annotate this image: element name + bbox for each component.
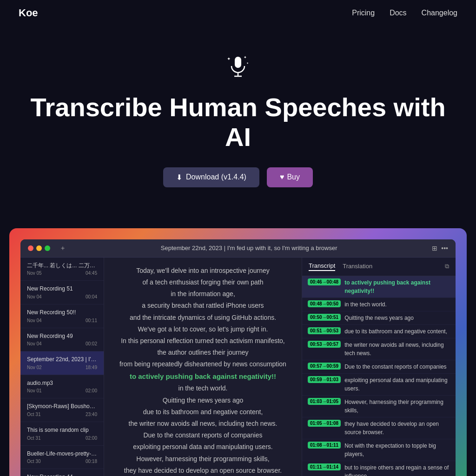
sidebar-item-date: Oct 31	[27, 412, 40, 417]
time-badge: 00:53→00:57	[308, 341, 341, 348]
sidebar-item-title: Bueller-Life-moves-pretty-fast.wav	[27, 450, 97, 458]
sidebar-item-date: Nov 04	[27, 341, 42, 346]
transcript-line-item[interactable]: 00:53→00:57the writer now avoids all new…	[302, 338, 456, 360]
transcript-paragraph: Today, we'll delve into an introspective…	[115, 265, 291, 277]
nav-link-changelog[interactable]: Changelog	[422, 9, 457, 17]
time-badge: 00:48→00:50	[308, 300, 341, 307]
sidebar-item-title: [Skymoon-Raws] Boushoku no Berserk - 04 …	[27, 403, 97, 410]
nav-links: Pricing Docs Changelog	[352, 9, 457, 17]
sidebar-item-meta: Nov 04 00:11	[27, 318, 97, 323]
copy-icon[interactable]: ⧉	[445, 263, 449, 270]
sidebar-item-duration: 00:02	[86, 341, 97, 346]
sidebar-item[interactable]: New Recording 49 Nov 04 00:02	[20, 328, 104, 352]
tab-translation[interactable]: Translation	[343, 263, 372, 271]
mic-icon: ✦ ✦ ✦	[226, 54, 250, 83]
transcript-line-item[interactable]: 00:59→01:03exploiting personal data and …	[302, 374, 456, 396]
sidebar-item-duration: 00:04	[86, 294, 97, 299]
tab-transcript[interactable]: Transcript	[309, 262, 335, 271]
transcript-line-item[interactable]: 00:48→00:50in the tech world.	[302, 298, 456, 311]
line-text: exploiting personal data and manipulatin…	[344, 376, 450, 393]
hero-buttons: ⬇ Download (v1.4.4) ♥ Buy	[163, 167, 313, 187]
site-logo[interactable]: Koe	[19, 7, 38, 19]
transcript-line-item[interactable]: 01:11→01:14but to inspire others and reg…	[302, 461, 456, 476]
main-content: Today, we'll delve into an introspective…	[104, 258, 456, 476]
minimize-button[interactable]	[36, 245, 42, 251]
buy-button[interactable]: ♥ Buy	[267, 167, 313, 187]
sidebar-item-date: Nov 01	[27, 388, 42, 393]
line-text: Quitting the news years ago	[344, 314, 414, 322]
transcript-paragraph: Quitting the news years ago	[115, 395, 291, 406]
svg-text:✦: ✦	[227, 56, 231, 61]
expand-icon[interactable]: ⊞	[432, 245, 437, 252]
maximize-button[interactable]	[45, 245, 50, 251]
close-button[interactable]	[28, 245, 33, 251]
sidebar-item[interactable]: September 22nd, 2023 | I'm fed up with i…	[20, 351, 104, 375]
sidebar-item-date: Oct 30	[27, 459, 40, 464]
sidebar-item[interactable]: New Recording 51 Nov 04 00:04	[20, 281, 104, 304]
window-controls	[28, 245, 50, 251]
sidebar-item-duration: 02:00	[86, 436, 97, 441]
sidebar: 二千年... 若しくは... 二万年後の 君へ・・・.mp4 Nov 05 04…	[20, 258, 104, 476]
add-icon[interactable]: ＋	[60, 244, 66, 252]
hero-title: Transcribe Human Speeches with AI	[29, 93, 447, 152]
time-badge: 01:08→01:11	[308, 442, 341, 449]
sidebar-item[interactable]: 二千年... 若しくは... 二万年後の 君へ・・・.mp4 Nov 05 04…	[20, 258, 104, 281]
transcript-paragraph: in the information age,	[115, 288, 291, 300]
transcript-paragraph: In this personal reflection turned tech …	[115, 335, 291, 347]
sidebar-item-title: New Recording 44	[27, 474, 97, 476]
nav-link-pricing[interactable]: Pricing	[352, 9, 375, 17]
titlebar-title: September 22nd, 2023 | I'm fed up with i…	[72, 245, 426, 251]
line-text: However, harnessing their programming sk…	[344, 398, 450, 415]
transcript-line-item[interactable]: 00:51→00:53due to its bathroom and negat…	[302, 325, 456, 338]
sidebar-item-date: Oct 31	[27, 436, 40, 441]
transcript-line-item[interactable]: 01:03→01:05However, harnessing their pro…	[302, 396, 456, 417]
svg-rect-3	[235, 57, 241, 68]
transcript-line-item[interactable]: 00:57→00:59Due to the constant reports o…	[302, 360, 456, 374]
app-titlebar: ＋ September 22nd, 2023 | I'm fed up with…	[20, 239, 456, 258]
transcript-paragraph: the author outlines their journey	[115, 347, 291, 358]
sidebar-item-date: Nov 04	[27, 294, 42, 299]
line-text: Not with the expectation to topple big p…	[344, 442, 450, 458]
transcript-paragraph: Due to the constant reports of companies	[115, 430, 291, 441]
download-button[interactable]: ⬇ Download (v1.4.4)	[163, 167, 259, 187]
transcript-line-item[interactable]: 01:08→01:11Not with the expectation to t…	[302, 439, 456, 461]
transcript-paragraph: from being repeatedly disheartened by ne…	[115, 358, 291, 370]
transcript-paragraph: to actively pushing back against negativ…	[115, 370, 291, 383]
line-text: they have decided to develop an open sou…	[344, 420, 450, 436]
sidebar-item[interactable]: [Skymoon-Raws] Boushoku no Berserk - 04 …	[20, 398, 104, 422]
nav-link-docs[interactable]: Docs	[390, 9, 406, 17]
time-badge: 00:57→00:59	[308, 363, 341, 370]
hero-section: ✦ ✦ ✦ Transcribe Human Speeches with AI …	[0, 26, 476, 228]
sidebar-item[interactable]: New Recording 50!! Nov 04 00:11	[20, 304, 104, 328]
transcript-paragraph: of a tech enthusiast forging their own p…	[115, 277, 291, 288]
transcript-area: Today, we'll delve into an introspective…	[104, 258, 302, 476]
line-text: in the tech world.	[344, 300, 387, 309]
line-text: the writer now avoids all news, includin…	[344, 341, 450, 357]
sidebar-item-duration: 18:49	[86, 365, 97, 370]
sidebar-item-title: New Recording 50!!	[27, 309, 97, 317]
sidebar-item-meta: Oct 31 02:00	[27, 436, 97, 441]
transcript-line-item[interactable]: 00:50→00:51Quitting the news years ago	[302, 311, 456, 325]
sidebar-item[interactable]: This is some random clip Oct 31 02:00	[20, 422, 104, 446]
menu-icon[interactable]: •••	[441, 245, 448, 252]
transcript-paragraph: in the tech world.	[115, 383, 291, 394]
right-panel: Transcript Translation ⧉ 00:46→00:48to a…	[302, 258, 456, 476]
sidebar-item[interactable]: audio.mp3 Nov 01 02:00	[20, 375, 104, 399]
transcript-paragraph: However, harnessing their programming sk…	[115, 453, 291, 465]
sidebar-item-meta: Nov 04 00:02	[27, 341, 97, 346]
transcript-line-item[interactable]: 01:05→01:08they have decided to develop …	[302, 417, 456, 439]
time-badge: 01:05→01:08	[308, 420, 341, 427]
right-panel-actions: ⧉	[445, 263, 449, 270]
sidebar-item-duration: 02:00	[86, 388, 97, 393]
transcript-line-item[interactable]: 00:46→00:48to actively pushing back agai…	[302, 276, 456, 298]
sidebar-item[interactable]: New Recording 44 Oct 30 00:02	[20, 469, 104, 476]
sidebar-item[interactable]: Bueller-Life-moves-pretty-fast.wav Oct 3…	[20, 446, 104, 469]
line-text: to actively pushing back against negativ…	[344, 278, 450, 295]
transcript-paragraph: the writer now avoids all news, includin…	[115, 418, 291, 430]
transcript-paragraph: We've got a lot to cover, so let's jump …	[115, 324, 291, 335]
app-screenshot: ＋ September 22nd, 2023 | I'm fed up with…	[9, 228, 467, 476]
sidebar-item-duration: 00:18	[86, 459, 97, 464]
transcript-paragraph: a security breach that rattled iPhone us…	[115, 300, 291, 311]
time-badge: 01:03→01:05	[308, 398, 341, 405]
sidebar-item-meta: Nov 04 00:04	[27, 294, 97, 299]
